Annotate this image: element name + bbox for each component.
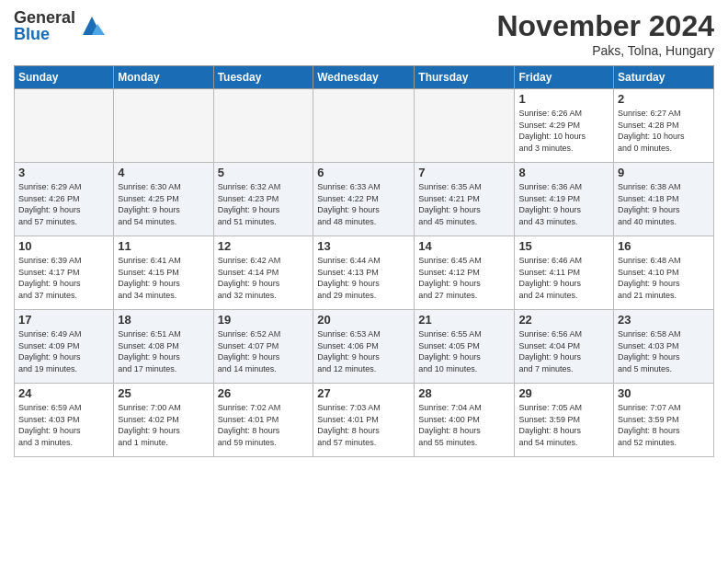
day-info: Sunrise: 6:48 AM Sunset: 4:10 PM Dayligh…	[618, 255, 710, 301]
day-number: 29	[518, 386, 609, 400]
day-number: 17	[18, 313, 109, 327]
table-row: 1Sunrise: 6:26 AM Sunset: 4:29 PM Daylig…	[515, 89, 614, 163]
day-info: Sunrise: 6:27 AM Sunset: 4:28 PM Dayligh…	[618, 108, 710, 154]
day-info: Sunrise: 6:30 AM Sunset: 4:25 PM Dayligh…	[118, 181, 209, 227]
table-row: 22Sunrise: 6:56 AM Sunset: 4:04 PM Dayli…	[515, 310, 614, 384]
header-sunday: Sunday	[15, 66, 114, 89]
day-number: 18	[118, 313, 209, 327]
header-friday: Friday	[515, 66, 614, 89]
day-number: 10	[18, 239, 109, 253]
table-row: 17Sunrise: 6:49 AM Sunset: 4:09 PM Dayli…	[15, 310, 114, 384]
day-number: 14	[418, 239, 510, 253]
day-info: Sunrise: 6:42 AM Sunset: 4:14 PM Dayligh…	[218, 255, 310, 301]
day-info: Sunrise: 7:04 AM Sunset: 4:00 PM Dayligh…	[418, 402, 510, 448]
day-number: 12	[218, 239, 310, 253]
day-number: 26	[218, 386, 310, 400]
calendar-week-4: 17Sunrise: 6:49 AM Sunset: 4:09 PM Dayli…	[15, 310, 714, 384]
day-number: 28	[418, 386, 510, 400]
table-row: 28Sunrise: 7:04 AM Sunset: 4:00 PM Dayli…	[415, 384, 515, 457]
title-section: November 2024 Paks, Tolna, Hungary	[496, 9, 714, 58]
day-info: Sunrise: 6:49 AM Sunset: 4:09 PM Dayligh…	[18, 328, 109, 374]
day-number: 13	[317, 239, 410, 253]
table-row: 7Sunrise: 6:35 AM Sunset: 4:21 PM Daylig…	[415, 163, 515, 236]
day-info: Sunrise: 6:45 AM Sunset: 4:12 PM Dayligh…	[418, 255, 510, 301]
header-saturday: Saturday	[614, 66, 714, 89]
table-row: 8Sunrise: 6:36 AM Sunset: 4:19 PM Daylig…	[515, 163, 614, 236]
table-row: 25Sunrise: 7:00 AM Sunset: 4:02 PM Dayli…	[114, 384, 213, 457]
day-number: 5	[218, 166, 310, 179]
day-number: 15	[518, 239, 609, 253]
day-info: Sunrise: 6:33 AM Sunset: 4:22 PM Dayligh…	[317, 181, 410, 227]
table-row: 14Sunrise: 6:45 AM Sunset: 4:12 PM Dayli…	[415, 236, 515, 310]
day-info: Sunrise: 6:41 AM Sunset: 4:15 PM Dayligh…	[118, 255, 209, 301]
page-container: General Blue November 2024 Paks, Tolna, …	[0, 0, 728, 563]
weekday-header-row: Sunday Monday Tuesday Wednesday Thursday…	[15, 66, 714, 89]
day-number: 16	[618, 239, 710, 253]
logo-icon	[79, 13, 105, 39]
day-info: Sunrise: 6:44 AM Sunset: 4:13 PM Dayligh…	[317, 255, 410, 301]
day-info: Sunrise: 7:02 AM Sunset: 4:01 PM Dayligh…	[218, 402, 310, 448]
day-info: Sunrise: 7:05 AM Sunset: 3:59 PM Dayligh…	[518, 402, 609, 448]
day-info: Sunrise: 7:03 AM Sunset: 4:01 PM Dayligh…	[317, 402, 410, 448]
table-row	[415, 89, 515, 163]
table-row: 4Sunrise: 6:30 AM Sunset: 4:25 PM Daylig…	[114, 163, 213, 236]
header-wednesday: Wednesday	[313, 66, 415, 89]
day-number: 22	[518, 313, 609, 327]
day-info: Sunrise: 6:26 AM Sunset: 4:29 PM Dayligh…	[518, 108, 609, 154]
day-info: Sunrise: 6:36 AM Sunset: 4:19 PM Dayligh…	[518, 181, 609, 227]
day-info: Sunrise: 6:38 AM Sunset: 4:18 PM Dayligh…	[618, 181, 710, 227]
day-number: 7	[418, 166, 510, 179]
table-row: 18Sunrise: 6:51 AM Sunset: 4:08 PM Dayli…	[114, 310, 213, 384]
day-number: 3	[18, 166, 109, 179]
table-row: 12Sunrise: 6:42 AM Sunset: 4:14 PM Dayli…	[213, 236, 313, 310]
table-row: 19Sunrise: 6:52 AM Sunset: 4:07 PM Dayli…	[213, 310, 313, 384]
table-row: 29Sunrise: 7:05 AM Sunset: 3:59 PM Dayli…	[515, 384, 614, 457]
table-row: 10Sunrise: 6:39 AM Sunset: 4:17 PM Dayli…	[15, 236, 114, 310]
day-number: 9	[618, 166, 710, 179]
table-row: 5Sunrise: 6:32 AM Sunset: 4:23 PM Daylig…	[213, 163, 313, 236]
day-info: Sunrise: 6:35 AM Sunset: 4:21 PM Dayligh…	[418, 181, 510, 227]
month-title: November 2024	[496, 9, 714, 43]
day-info: Sunrise: 6:32 AM Sunset: 4:23 PM Dayligh…	[218, 181, 310, 227]
table-row: 27Sunrise: 7:03 AM Sunset: 4:01 PM Dayli…	[313, 384, 415, 457]
location: Paks, Tolna, Hungary	[496, 43, 714, 58]
day-number: 8	[518, 166, 609, 179]
day-number: 23	[618, 313, 710, 327]
logo-general: General	[14, 9, 75, 26]
day-info: Sunrise: 6:29 AM Sunset: 4:26 PM Dayligh…	[18, 181, 109, 227]
calendar-week-1: 1Sunrise: 6:26 AM Sunset: 4:29 PM Daylig…	[15, 89, 714, 163]
day-info: Sunrise: 6:55 AM Sunset: 4:05 PM Dayligh…	[418, 328, 510, 374]
day-number: 24	[18, 386, 109, 400]
calendar-week-3: 10Sunrise: 6:39 AM Sunset: 4:17 PM Dayli…	[15, 236, 714, 310]
table-row: 3Sunrise: 6:29 AM Sunset: 4:26 PM Daylig…	[15, 163, 114, 236]
header-monday: Monday	[114, 66, 213, 89]
day-info: Sunrise: 6:39 AM Sunset: 4:17 PM Dayligh…	[18, 255, 109, 301]
day-number: 21	[418, 313, 510, 327]
table-row	[15, 89, 114, 163]
table-row: 15Sunrise: 6:46 AM Sunset: 4:11 PM Dayli…	[515, 236, 614, 310]
table-row: 2Sunrise: 6:27 AM Sunset: 4:28 PM Daylig…	[614, 89, 714, 163]
day-number: 20	[317, 313, 410, 327]
day-number: 4	[118, 166, 209, 179]
table-row: 24Sunrise: 6:59 AM Sunset: 4:03 PM Dayli…	[15, 384, 114, 457]
calendar-week-2: 3Sunrise: 6:29 AM Sunset: 4:26 PM Daylig…	[15, 163, 714, 236]
table-row: 20Sunrise: 6:53 AM Sunset: 4:06 PM Dayli…	[313, 310, 415, 384]
table-row: 11Sunrise: 6:41 AM Sunset: 4:15 PM Dayli…	[114, 236, 213, 310]
table-row: 30Sunrise: 7:07 AM Sunset: 3:59 PM Dayli…	[614, 384, 714, 457]
table-row: 26Sunrise: 7:02 AM Sunset: 4:01 PM Dayli…	[213, 384, 313, 457]
logo: General Blue	[14, 9, 105, 42]
day-number: 30	[618, 386, 710, 400]
logo-text: General Blue	[14, 9, 75, 42]
table-row: 16Sunrise: 6:48 AM Sunset: 4:10 PM Dayli…	[614, 236, 714, 310]
header-thursday: Thursday	[415, 66, 515, 89]
calendar-week-5: 24Sunrise: 6:59 AM Sunset: 4:03 PM Dayli…	[15, 384, 714, 457]
header: General Blue November 2024 Paks, Tolna, …	[14, 9, 714, 58]
table-row	[313, 89, 415, 163]
day-number: 25	[118, 386, 209, 400]
day-number: 1	[518, 92, 609, 106]
day-info: Sunrise: 6:51 AM Sunset: 4:08 PM Dayligh…	[118, 328, 209, 374]
table-row	[213, 89, 313, 163]
table-row: 13Sunrise: 6:44 AM Sunset: 4:13 PM Dayli…	[313, 236, 415, 310]
day-info: Sunrise: 6:52 AM Sunset: 4:07 PM Dayligh…	[218, 328, 310, 374]
header-tuesday: Tuesday	[213, 66, 313, 89]
